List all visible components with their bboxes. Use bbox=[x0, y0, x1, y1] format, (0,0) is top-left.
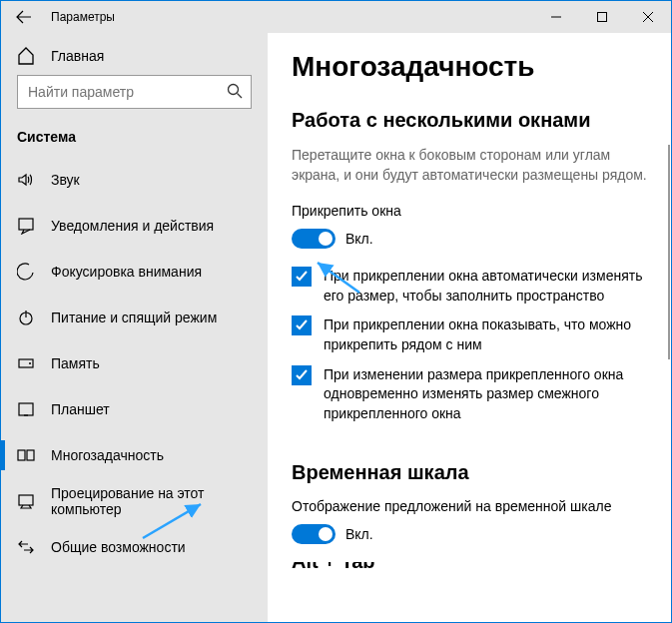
snap-toggle-state: Вкл. bbox=[345, 231, 373, 247]
sidebar-item-focus[interactable]: Фокусировка внимания bbox=[1, 249, 268, 295]
power-icon bbox=[17, 309, 35, 326]
search-box[interactable] bbox=[17, 75, 252, 109]
sidebar-item-label: Планшет bbox=[51, 401, 110, 417]
svg-rect-2 bbox=[19, 219, 33, 230]
focus-icon bbox=[17, 263, 35, 281]
section-heading-snap: Работа с несколькими окнами bbox=[292, 109, 655, 132]
shared-icon bbox=[17, 538, 35, 556]
svg-point-5 bbox=[29, 362, 31, 364]
sidebar-home-label: Главная bbox=[51, 48, 104, 64]
svg-rect-8 bbox=[27, 450, 34, 460]
sidebar-item-label: Многозадачность bbox=[51, 447, 164, 463]
maximize-icon bbox=[597, 12, 607, 22]
sidebar-item-label: Уведомления и действия bbox=[51, 218, 214, 234]
notifications-icon bbox=[17, 217, 35, 235]
sidebar-item-notifications[interactable]: Уведомления и действия bbox=[1, 203, 268, 249]
close-button[interactable] bbox=[625, 1, 671, 33]
close-icon bbox=[643, 12, 653, 22]
snap-toggle-label: Прикрепить окна bbox=[292, 203, 655, 219]
projecting-icon bbox=[17, 492, 35, 510]
snap-hint: Перетащите окна к боковым сторонам или у… bbox=[292, 146, 655, 185]
back-button[interactable] bbox=[1, 1, 47, 33]
svg-rect-6 bbox=[19, 403, 33, 415]
tablet-icon bbox=[17, 400, 35, 418]
sidebar-item-shared[interactable]: Общие возможности bbox=[1, 524, 268, 570]
svg-rect-7 bbox=[18, 450, 25, 460]
snap-checkbox-1-label: При прикреплении окна автоматически изме… bbox=[324, 267, 655, 306]
sidebar-item-label: Звук bbox=[51, 172, 80, 188]
sidebar-group-heading: Система bbox=[1, 123, 268, 157]
snap-checkbox-3[interactable] bbox=[292, 365, 312, 385]
svg-rect-9 bbox=[19, 495, 33, 505]
timeline-toggle-label: Отображение предложений на временной шка… bbox=[292, 498, 655, 514]
snap-checkbox-1[interactable] bbox=[292, 267, 312, 287]
titlebar: Параметры bbox=[1, 1, 671, 33]
search-input[interactable] bbox=[26, 83, 227, 101]
timeline-toggle[interactable] bbox=[292, 524, 336, 544]
minimize-icon bbox=[551, 12, 561, 22]
svg-point-1 bbox=[229, 84, 239, 94]
sidebar-item-multitasking[interactable]: Многозадачность bbox=[1, 432, 268, 478]
sidebar-item-tablet[interactable]: Планшет bbox=[1, 386, 268, 432]
check-icon bbox=[295, 368, 309, 382]
minimize-button[interactable] bbox=[533, 1, 579, 33]
sidebar-home[interactable]: Главная bbox=[1, 33, 268, 75]
sound-icon bbox=[17, 171, 35, 189]
multitasking-icon bbox=[17, 446, 35, 464]
sidebar-item-label: Проецирование на этот компьютер bbox=[51, 485, 268, 517]
section-heading-alttab: Alt + Tab bbox=[292, 562, 655, 578]
sidebar-item-label: Фокусировка внимания bbox=[51, 264, 202, 280]
sidebar-item-storage[interactable]: Память bbox=[1, 340, 268, 386]
page-title: Многозадачность bbox=[292, 51, 655, 83]
search-icon bbox=[227, 83, 243, 102]
snap-checkbox-3-label: При изменении размера прикрепленного окн… bbox=[324, 365, 655, 424]
main-content: Многозадачность Работа с несколькими окн… bbox=[268, 33, 671, 622]
maximize-button[interactable] bbox=[579, 1, 625, 33]
sidebar-item-power[interactable]: Питание и спящий режим bbox=[1, 295, 268, 340]
snap-checkbox-2[interactable] bbox=[292, 315, 312, 335]
section-heading-timeline: Временная шкала bbox=[292, 461, 655, 484]
sidebar: Главная Система Звук Уведомления и дейст… bbox=[1, 33, 268, 622]
sidebar-item-label: Память bbox=[51, 355, 100, 371]
sidebar-item-label: Питание и спящий режим bbox=[51, 310, 217, 325]
timeline-toggle-state: Вкл. bbox=[345, 526, 373, 542]
storage-icon bbox=[17, 354, 35, 372]
sidebar-item-projecting[interactable]: Проецирование на этот компьютер bbox=[1, 478, 268, 524]
svg-rect-0 bbox=[598, 13, 607, 22]
check-icon bbox=[295, 318, 309, 332]
back-arrow-icon bbox=[16, 9, 32, 25]
window-title: Параметры bbox=[47, 10, 533, 24]
sidebar-item-sound[interactable]: Звук bbox=[1, 157, 268, 203]
check-icon bbox=[295, 270, 309, 284]
snap-checkbox-2-label: При прикреплении окна показывать, что мо… bbox=[324, 315, 655, 354]
sidebar-item-label: Общие возможности bbox=[51, 539, 186, 555]
snap-toggle[interactable] bbox=[292, 229, 336, 249]
home-icon bbox=[17, 47, 35, 65]
